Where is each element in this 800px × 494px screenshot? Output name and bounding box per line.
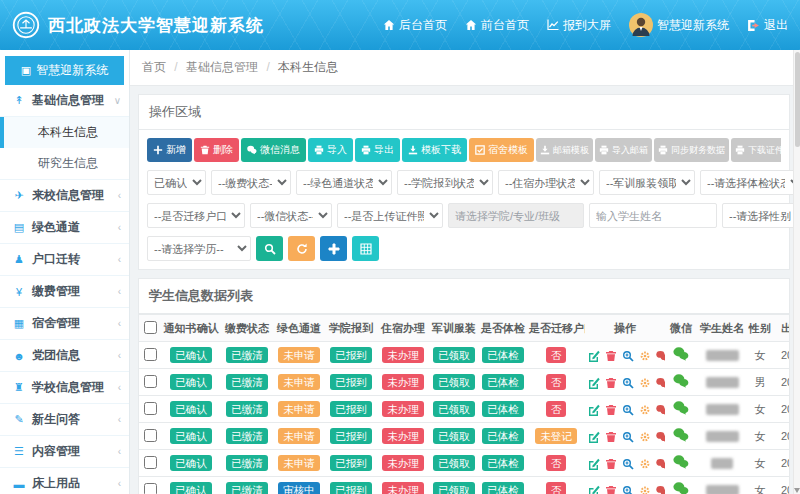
breadcrumb-section[interactable]: 基础信息管理 xyxy=(186,60,258,74)
sidebar-item-arrival-info[interactable]: ✈ 来校信息管理 ‹ xyxy=(0,180,129,212)
filter-payment-status[interactable]: --缴费状态-- xyxy=(211,170,291,195)
scrollbar-down-arrow[interactable] xyxy=(794,488,800,493)
wechat-bound-icon[interactable] xyxy=(673,379,689,391)
column-grid-button[interactable] xyxy=(352,236,379,261)
view-detail-icon[interactable] xyxy=(622,377,634,389)
filter-dorm-status[interactable]: --住宿办理状态-- xyxy=(498,170,594,195)
sidebar-item-dormitory[interactable]: ▦ 宿舍管理 ‹ xyxy=(0,308,129,340)
sync-finance-button[interactable]: 同步财务数据 xyxy=(654,138,729,162)
sidebar-item-basic-info[interactable]: ↟ 基础信息管理 ∨ xyxy=(0,85,129,117)
view-detail-icon[interactable] xyxy=(622,485,634,494)
sidebar-item-payment[interactable]: ¥ 缴费管理 ‹ xyxy=(0,276,129,308)
scrollbar-thumb[interactable] xyxy=(795,52,800,147)
wechat-unbound-icon[interactable] xyxy=(656,350,665,362)
filter-physical-exam-status[interactable]: --请选择体检状态-- xyxy=(700,170,800,195)
row-checkbox[interactable] xyxy=(144,483,157,494)
view-detail-icon[interactable] xyxy=(622,350,634,362)
nav-backend-home[interactable]: 后台首页 xyxy=(383,17,447,34)
row-wechat xyxy=(665,342,697,369)
add-button[interactable]: 新增 xyxy=(147,138,192,162)
sidebar-subitem-undergraduate[interactable]: 本科生信息 xyxy=(0,117,129,148)
student-name-redacted xyxy=(706,377,739,388)
filter-college-report-status[interactable]: --学院报到状态-- xyxy=(397,170,493,195)
sidebar-subitem-postgraduate[interactable]: 研究生信息 xyxy=(0,148,129,179)
sidebar-item-freshman-qa[interactable]: ✎ 新生问答 ‹ xyxy=(0,404,129,436)
row-checkbox[interactable] xyxy=(144,402,157,415)
college-major-class-input[interactable] xyxy=(448,203,584,228)
settings-gear-icon[interactable] xyxy=(639,485,651,494)
delete-icon[interactable] xyxy=(605,431,617,443)
row-checkbox[interactable] xyxy=(144,429,157,442)
import-email-button[interactable]: 导入邮箱 xyxy=(595,138,652,162)
page-scrollbar[interactable] xyxy=(793,50,800,494)
view-detail-icon[interactable] xyxy=(622,431,634,443)
status-badge: 未办理 xyxy=(382,455,424,472)
filter-photo-upload-status[interactable]: --是否上传证件照-- xyxy=(337,203,443,228)
sidebar-item-bedding[interactable]: ▬ 床上用品 ‹ xyxy=(0,468,129,494)
wechat-unbound-icon[interactable] xyxy=(656,404,665,416)
download-id-photo-button-1[interactable]: 下载证件照 xyxy=(731,138,781,162)
delete-icon[interactable] xyxy=(605,485,617,494)
wechat-message-button[interactable]: 微信消息 xyxy=(241,138,306,162)
wechat-bound-icon[interactable] xyxy=(673,460,689,472)
settings-gear-icon[interactable] xyxy=(639,350,651,362)
wechat-unbound-icon[interactable] xyxy=(656,377,665,389)
filter-confirm-status[interactable]: 已确认 xyxy=(147,170,206,195)
sidebar-item-household-transfer[interactable]: ♟ 户口迁转 ‹ xyxy=(0,244,129,276)
breadcrumb-home[interactable]: 首页 xyxy=(142,60,166,74)
sidebar-item-party-league[interactable]: ☻ 党团信息 ‹ xyxy=(0,340,129,372)
import-button[interactable]: 导入 xyxy=(308,138,353,162)
delete-icon[interactable] xyxy=(605,458,617,470)
table-header-row: 通知书确认 缴费状态 绿色通道 学院报到 住宿办理 军训服装 是否体检 是否迁移… xyxy=(139,315,789,342)
row-checkbox[interactable] xyxy=(144,348,157,361)
settings-gear-icon[interactable] xyxy=(639,404,651,416)
row-checkbox[interactable] xyxy=(144,456,157,469)
filter-wechat-status[interactable]: --微信状态-- xyxy=(250,203,332,228)
edit-icon[interactable] xyxy=(588,350,600,362)
wechat-bound-icon[interactable] xyxy=(673,352,689,364)
refresh-button[interactable] xyxy=(288,236,315,261)
export-button[interactable]: 导出 xyxy=(355,138,400,162)
sidebar-item-green-channel[interactable]: ▤ 绿色通道 ‹ xyxy=(0,212,129,244)
nav-logout[interactable]: 退出 xyxy=(747,17,788,34)
wechat-bound-icon[interactable] xyxy=(673,406,689,418)
nav-frontend-home[interactable]: 前台首页 xyxy=(465,17,529,34)
wechat-unbound-icon[interactable] xyxy=(656,485,665,494)
wechat-bound-icon[interactable] xyxy=(673,433,689,445)
settings-gear-icon[interactable] xyxy=(639,377,651,389)
settings-gear-icon[interactable] xyxy=(639,458,651,470)
sidebar-system-title[interactable]: ▣ 智慧迎新系统 xyxy=(5,56,124,85)
edit-icon[interactable] xyxy=(588,431,600,443)
filter-gender[interactable]: --请选择性别-- xyxy=(722,203,800,228)
delete-button[interactable]: 删除 xyxy=(194,138,239,162)
filter-green-channel-status[interactable]: --绿色通道状态-- xyxy=(296,170,392,195)
filter-degree[interactable]: --请选择学历-- xyxy=(147,236,251,261)
settings-gear-icon[interactable] xyxy=(639,431,651,443)
edit-icon[interactable] xyxy=(588,404,600,416)
nav-report-screen[interactable]: 报到大屏 xyxy=(547,17,611,34)
edit-icon[interactable] xyxy=(588,377,600,389)
wechat-bound-icon[interactable] xyxy=(673,487,689,494)
filter-military-uniform-status[interactable]: --军训服装领取-- xyxy=(599,170,695,195)
delete-icon[interactable] xyxy=(605,404,617,416)
edit-icon[interactable] xyxy=(588,485,600,494)
wechat-unbound-icon[interactable] xyxy=(656,458,665,470)
template-download-button[interactable]: 模板下载 xyxy=(402,138,467,162)
nav-user-menu[interactable]: 智慧迎新系统 xyxy=(629,13,729,37)
student-name-input[interactable] xyxy=(589,203,717,228)
delete-icon[interactable] xyxy=(605,350,617,362)
delete-icon[interactable] xyxy=(605,377,617,389)
select-all-checkbox[interactable] xyxy=(144,321,157,334)
edit-icon[interactable] xyxy=(588,458,600,470)
email-template-button[interactable]: 邮箱模板 xyxy=(536,138,593,162)
add-quick-button[interactable] xyxy=(320,236,347,261)
view-detail-icon[interactable] xyxy=(622,458,634,470)
sidebar-item-school-info[interactable]: ♜ 学校信息管理 ‹ xyxy=(0,372,129,404)
view-detail-icon[interactable] xyxy=(622,404,634,416)
wechat-unbound-icon[interactable] xyxy=(656,431,665,443)
dorm-template-button[interactable]: 宿舍模板 xyxy=(469,138,534,162)
row-checkbox[interactable] xyxy=(144,375,157,388)
sidebar-item-content-mgmt[interactable]: ☰ 内容管理 ‹ xyxy=(0,436,129,468)
search-button[interactable] xyxy=(256,236,283,261)
filter-household-transfer[interactable]: --是否迁移户口-- xyxy=(147,203,245,228)
